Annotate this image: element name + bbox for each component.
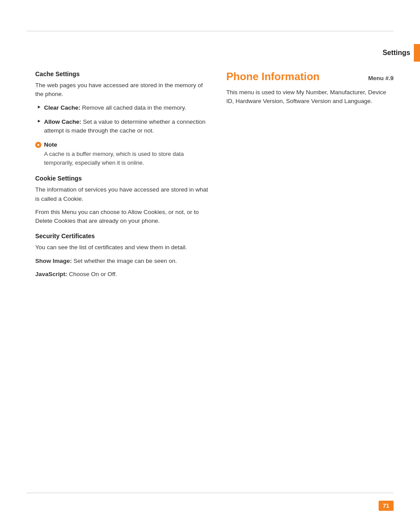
clear-cache-item: ► Clear Cache: Remove all cached data in… <box>35 103 209 112</box>
clear-cache-text: Clear Cache: Remove all cached data in t… <box>44 103 186 112</box>
phone-info-description: This menu is used to view My Number, Man… <box>226 88 394 106</box>
security-certificates-heading: Security Certificates <box>35 232 209 240</box>
cookie-settings-text2: From this Menu you can choose to Allow C… <box>35 208 209 226</box>
security-certificates-section: Security Certificates You can see the li… <box>35 232 209 279</box>
cookie-settings-text1: The information of services you have acc… <box>35 185 209 203</box>
cache-settings-heading: Cache Settings <box>35 70 209 77</box>
allow-cache-label: Allow Cache: <box>44 118 81 125</box>
cache-settings-section: Cache Settings The web pages you have ac… <box>35 70 209 167</box>
javascript-item: JavaScript: Choose On or Off. <box>35 270 209 279</box>
bottom-border <box>26 493 394 493</box>
phone-info-title: Phone Information <box>226 70 320 83</box>
top-border <box>26 31 394 31</box>
bullet-triangle-icon-2: ► <box>37 118 41 123</box>
security-certificates-intro: You can see the list of certificates and… <box>35 243 209 252</box>
page-number: 71 <box>379 501 394 511</box>
allow-cache-item: ► Allow Cache: Set a value to determine … <box>35 118 209 136</box>
note-heading: ● Note <box>35 141 209 148</box>
cookie-settings-heading: Cookie Settings <box>35 175 209 182</box>
note-block: ● Note A cache is a buffer memory, which… <box>35 141 209 167</box>
cookie-settings-section: Cookie Settings The information of servi… <box>35 175 209 225</box>
show-image-text: Set whether the image can be seen on. <box>72 258 177 264</box>
javascript-text: Choose On or Off. <box>67 271 117 277</box>
note-label: Note <box>44 141 57 148</box>
main-content: Cache Settings The web pages you have ac… <box>35 70 394 283</box>
settings-header: Settings <box>383 44 420 62</box>
javascript-label: JavaScript: <box>35 271 67 277</box>
note-text: A cache is a buffer memory, which is use… <box>35 150 209 167</box>
clear-cache-label: Clear Cache: <box>44 104 81 111</box>
phone-info-header: Phone Information Menu #.9 <box>226 70 394 83</box>
right-column: Phone Information Menu #.9 This menu is … <box>226 70 394 283</box>
show-image-item: Show Image: Set whether the image can be… <box>35 257 209 266</box>
allow-cache-text: Allow Cache: Set a value to determine wh… <box>44 118 209 136</box>
note-icon: ● <box>35 142 41 148</box>
phone-info-menu: Menu #.9 <box>368 75 394 81</box>
show-image-label: Show Image: <box>35 258 72 264</box>
settings-accent-bar <box>414 44 420 62</box>
settings-title: Settings <box>383 49 414 57</box>
left-column: Cache Settings The web pages you have ac… <box>35 70 209 283</box>
bullet-triangle-icon: ► <box>37 104 41 109</box>
cache-settings-intro: The web pages you have accessed are stor… <box>35 81 209 99</box>
